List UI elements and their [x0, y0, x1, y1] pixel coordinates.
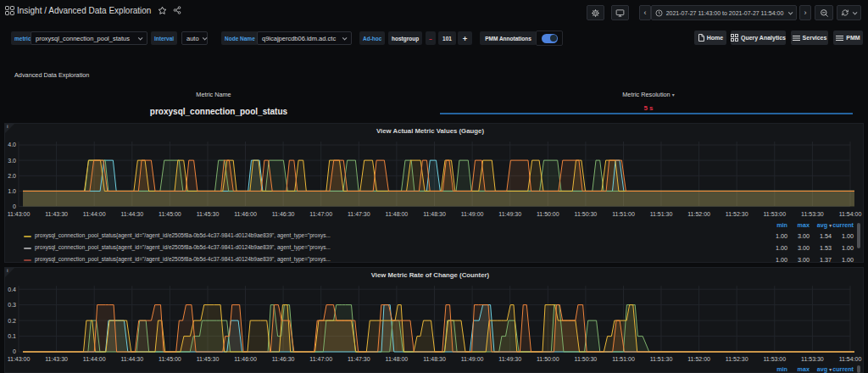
svg-text:4.0: 4.0: [8, 142, 16, 148]
svg-text:11:50:00: 11:50:00: [537, 356, 559, 362]
svg-text:0.3: 0.3: [8, 302, 16, 308]
svg-text:11:49:30: 11:49:30: [498, 211, 521, 217]
svg-text:11:43:00: 11:43:00: [8, 211, 31, 217]
svg-text:0.2: 0.2: [8, 318, 16, 324]
svg-text:11:52:00: 11:52:00: [687, 356, 710, 362]
svg-text:11:43:00: 11:43:00: [8, 356, 31, 362]
svg-text:11:53:00: 11:53:00: [763, 356, 786, 362]
svg-text:11:46:00: 11:46:00: [234, 356, 257, 362]
svg-text:11:47:30: 11:47:30: [348, 356, 370, 362]
svg-text:11:49:00: 11:49:00: [461, 356, 484, 362]
svg-text:11:45:00: 11:45:00: [159, 356, 181, 362]
svg-text:11:50:30: 11:50:30: [575, 356, 598, 362]
svg-text:2.0: 2.0: [8, 173, 16, 179]
svg-text:11:47:00: 11:47:00: [309, 211, 332, 217]
svg-text:1.0: 1.0: [8, 188, 16, 194]
svg-text:11:47:30: 11:47:30: [348, 211, 370, 217]
svg-text:11:44:30: 11:44:30: [120, 211, 143, 217]
svg-text:11:45:30: 11:45:30: [197, 356, 220, 362]
svg-text:11:52:30: 11:52:30: [726, 211, 748, 217]
svg-text:11:46:00: 11:46:00: [234, 211, 257, 217]
svg-text:0.4: 0.4: [8, 287, 16, 292]
svg-text:0.1: 0.1: [8, 333, 16, 339]
svg-text:11:48:00: 11:48:00: [386, 211, 409, 217]
svg-text:11:54:00: 11:54:00: [839, 211, 862, 217]
svg-text:11:48:30: 11:48:30: [423, 356, 446, 362]
svg-text:11:50:00: 11:50:00: [537, 211, 559, 217]
svg-text:11:48:30: 11:48:30: [423, 211, 446, 217]
svg-text:11:53:00: 11:53:00: [763, 211, 786, 217]
svg-text:11:50:30: 11:50:30: [575, 211, 598, 217]
svg-text:11:53:30: 11:53:30: [801, 211, 824, 217]
svg-text:11:51:30: 11:51:30: [650, 356, 673, 362]
svg-text:0: 0: [13, 203, 16, 209]
svg-text:11:46:30: 11:46:30: [272, 211, 295, 217]
svg-text:11:43:30: 11:43:30: [45, 356, 68, 362]
svg-text:11:44:00: 11:44:00: [83, 211, 106, 217]
svg-text:11:52:30: 11:52:30: [726, 356, 748, 362]
svg-text:11:47:00: 11:47:00: [309, 356, 332, 362]
svg-text:11:45:00: 11:45:00: [159, 211, 181, 217]
svg-text:11:46:30: 11:46:30: [272, 356, 295, 362]
svg-text:11:45:30: 11:45:30: [197, 211, 220, 217]
svg-text:11:49:30: 11:49:30: [498, 356, 521, 362]
svg-text:11:49:00: 11:49:00: [461, 211, 484, 217]
svg-text:11:51:00: 11:51:00: [612, 356, 635, 362]
svg-text:11:51:30: 11:51:30: [650, 211, 673, 217]
svg-text:11:52:00: 11:52:00: [687, 211, 710, 217]
svg-text:11:54:00: 11:54:00: [839, 356, 862, 362]
svg-text:11:48:00: 11:48:00: [386, 356, 409, 362]
svg-text:3.0: 3.0: [8, 158, 16, 164]
svg-text:11:44:30: 11:44:30: [120, 356, 143, 362]
svg-text:11:51:00: 11:51:00: [612, 211, 635, 217]
svg-text:11:53:30: 11:53:30: [801, 356, 824, 362]
svg-text:0: 0: [13, 348, 16, 354]
svg-text:11:44:00: 11:44:00: [83, 356, 106, 362]
svg-text:11:43:30: 11:43:30: [45, 211, 68, 217]
